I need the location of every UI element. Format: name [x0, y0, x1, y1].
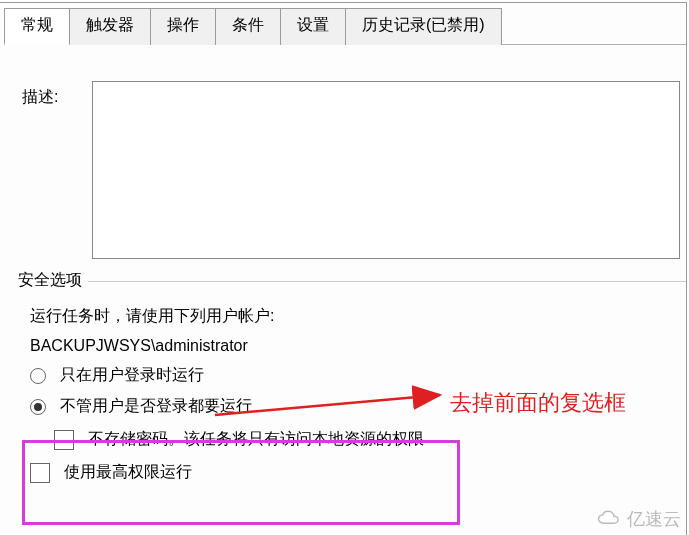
radio-row-any-user[interactable]: 不管用户是否登录都要运行: [30, 396, 674, 417]
run-as-prompt: 运行任务时，请使用下列用户帐户:: [30, 306, 674, 327]
description-textarea[interactable]: [92, 81, 680, 259]
radio-any-user[interactable]: [30, 399, 46, 415]
task-properties-panel: 常规 触发器 操作 条件 设置 历史记录(已禁用) 描述: 安全选项 运行任务时…: [0, 2, 687, 535]
tab-actions[interactable]: 操作: [150, 8, 216, 45]
checkbox-row-no-password[interactable]: 不存储密码。该任务将只有访问本地资源的权限: [54, 429, 674, 450]
radio-row-logged-on[interactable]: 只在用户登录时运行: [30, 365, 674, 386]
checkbox-row-highest-priv[interactable]: 使用最高权限运行: [30, 462, 674, 483]
checkbox-no-password[interactable]: [54, 430, 74, 450]
radio-only-logged-on-label: 只在用户登录时运行: [60, 365, 204, 386]
radio-only-logged-on[interactable]: [30, 368, 46, 384]
description-row: 描述:: [22, 81, 680, 259]
tab-general[interactable]: 常规: [4, 8, 70, 45]
author-row: [18, 51, 668, 69]
tab-triggers[interactable]: 触发器: [69, 8, 151, 45]
checkbox-highest-priv-label: 使用最高权限运行: [64, 462, 192, 483]
tabs-bar: 常规 触发器 操作 条件 设置 历史记录(已禁用): [4, 7, 686, 45]
security-legend: 安全选项: [18, 270, 88, 291]
tab-conditions[interactable]: 条件: [215, 8, 281, 45]
radio-any-user-label: 不管用户是否登录都要运行: [60, 396, 252, 417]
security-options-group: 安全选项 运行任务时，请使用下列用户帐户: BACKUPJWSYS\admini…: [18, 281, 686, 503]
tab-history[interactable]: 历史记录(已禁用): [345, 8, 502, 45]
checkbox-no-password-label: 不存储密码。该任务将只有访问本地资源的权限: [88, 429, 424, 450]
run-as-account: BACKUPJWSYS\administrator: [30, 337, 674, 355]
checkbox-highest-priv[interactable]: [30, 463, 50, 483]
tab-settings[interactable]: 设置: [280, 8, 346, 45]
description-label: 描述:: [22, 81, 92, 259]
